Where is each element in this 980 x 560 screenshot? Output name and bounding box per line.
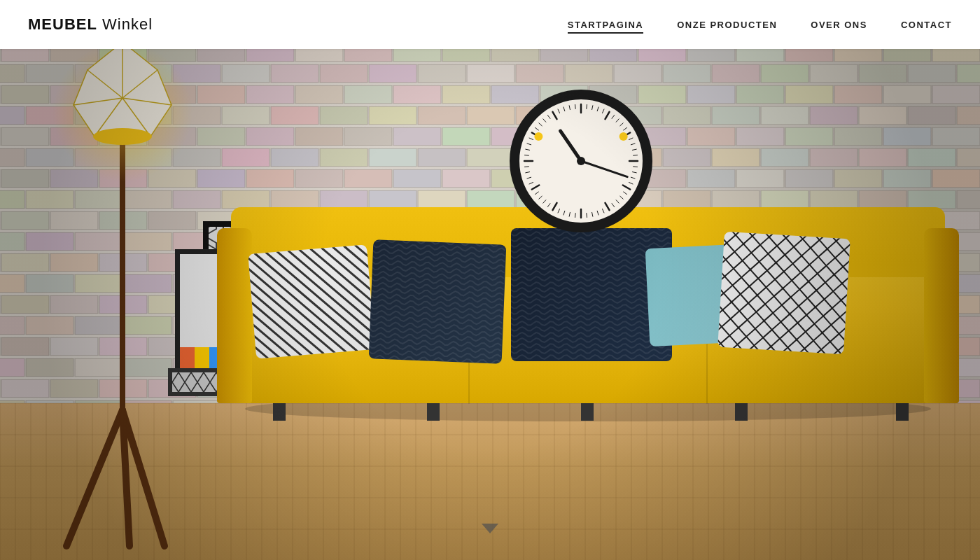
logo-light: Winkel xyxy=(102,15,153,33)
nav-item-producten[interactable]: ONZE PRODUCTEN xyxy=(677,18,777,31)
navbar: MEUBEL Winkel STARTPAGINA ONZE PRODUCTEN… xyxy=(0,0,980,49)
nav-link-startpagina[interactable]: STARTPAGINA xyxy=(568,20,643,34)
logo-bold: MEUBEL xyxy=(28,15,97,33)
nav-link-contact[interactable]: CONTACT xyxy=(901,20,952,30)
hero-section xyxy=(0,0,980,560)
nav-item-over-ons[interactable]: OVER ONS xyxy=(811,18,867,31)
nav-item-contact[interactable]: CONTACT xyxy=(901,18,952,31)
logo: MEUBEL Winkel xyxy=(28,15,153,34)
chevron-down-icon xyxy=(482,524,498,533)
nav-link-over-ons[interactable]: OVER ONS xyxy=(811,20,867,30)
hero-background xyxy=(0,0,980,560)
nav-item-startpagina[interactable]: STARTPAGINA xyxy=(568,18,643,31)
nav-link-producten[interactable]: ONZE PRODUCTEN xyxy=(677,20,777,30)
scroll-down-button[interactable] xyxy=(479,518,500,539)
nav-links: STARTPAGINA ONZE PRODUCTEN OVER ONS CONT… xyxy=(568,18,952,31)
